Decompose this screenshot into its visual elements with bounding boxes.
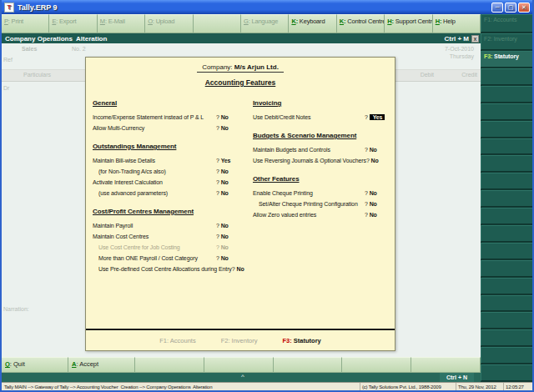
feature-value[interactable]: ? No (366, 155, 391, 166)
company-name: M/s Arjun Ltd. (234, 63, 279, 71)
sidebar-empty-button (481, 278, 532, 294)
command-empty-button (274, 357, 343, 373)
feature-row-use-cost-centre-for-job-costing[interactable]: Use Cost Centre for Job Costing? No (93, 242, 241, 253)
quit-button[interactable]: Q: Quit (2, 357, 68, 373)
feature-row-activate-interest-calculation[interactable]: Activate Interest Calculation? No (93, 177, 241, 188)
app-window: T Tally.ERP 9 ─ ▢ ✕ P: PrintE: ExportM: … (0, 0, 534, 392)
dialog-footer-accounts[interactable]: F1: Accounts (159, 337, 195, 344)
feature-label: Allow Multi-Currency (93, 123, 216, 133)
feature-value[interactable]: ? No (216, 242, 241, 253)
particulars-header: Particulars (23, 72, 51, 78)
feature-value[interactable]: ? No (216, 188, 241, 199)
feature-row-allow-zero-valued-entries[interactable]: Allow Zero valued entries? No (253, 209, 390, 220)
close-icon[interactable]: ✕ (518, 3, 530, 13)
sidebar-button-inventory[interactable]: F2: Inventory (481, 33, 532, 50)
feature-value[interactable]: ? No (216, 253, 241, 264)
maximize-icon[interactable]: ▢ (505, 3, 516, 13)
sidebar-empty-button (481, 173, 532, 189)
feature-value[interactable]: ? No (365, 188, 390, 199)
window-title: Tally.ERP 9 (18, 3, 58, 12)
feature-label: Set/Alter Cheque Printing Configuration (253, 199, 365, 209)
title-bar: T Tally.ERP 9 ─ ▢ ✕ (2, 0, 532, 14)
menu-item-help[interactable]: H: Help (433, 14, 481, 33)
voucher-type-label: Sales (22, 46, 37, 52)
feature-value[interactable]: ? No (216, 177, 241, 188)
screen-close-icon[interactable]: x (471, 35, 479, 43)
feature-row-enable-cheque-printing[interactable]: Enable Cheque Printing? No (253, 188, 390, 199)
sidebar-empty-button (481, 68, 532, 85)
sidebar-button-statutory[interactable]: F3: Statutory (481, 51, 532, 68)
menu-item-control-centre[interactable]: K: Control Centre (337, 14, 385, 33)
bottom-strip: ^ Ctrl + N (2, 373, 481, 382)
feature-row-maintain-cost-centres[interactable]: Maintain Cost Centres? No (93, 231, 241, 242)
command-empty-button (411, 357, 481, 373)
features-right-column: InvoicingUse Debit/Credit Notes? YesBudg… (253, 99, 390, 284)
feature-row-maintain-bill-wise-details[interactable]: Maintain Bill-wise Details? Yes (93, 155, 241, 166)
feature-label: Maintain Cost Centres (93, 231, 216, 242)
sidebar-empty-button (481, 295, 532, 312)
status-copyright: (c) Tally Solutions Pvt. Ltd., 1988-2009 (360, 384, 456, 389)
feature-row-more-than-one-payroll-cost-category[interactable]: More than ONE Payroll / Cost Category? N… (93, 253, 241, 264)
feature-section-heading: Other Features (253, 175, 390, 183)
status-date: Thu, 29 Nov, 2012 (456, 384, 503, 389)
menu-item-empty (194, 14, 241, 33)
feature-value[interactable]: ? No (365, 144, 390, 155)
feature-label: Use Debit/Credit Notes (253, 112, 365, 123)
voucher-number: No. 2 (72, 46, 86, 52)
dialog-footer-inventory[interactable]: F2: Inventory (221, 337, 258, 344)
feature-row-use-debit-credit-notes[interactable]: Use Debit/Credit Notes? Yes (253, 112, 390, 123)
feature-row-use-pre-defined-cost-centre-allocations-during-entry[interactable]: Use Pre-defined Cost Centre Allocations … (93, 264, 241, 274)
sidebar: F1: AccountsF2: InventoryF3: Statutory (481, 14, 532, 382)
accept-button[interactable]: A: Accept (68, 357, 135, 373)
feature-value[interactable]: ? No (365, 209, 390, 220)
feature-row-maintain-budgets-and-controls[interactable]: Maintain Budgets and Controls? No (253, 144, 390, 155)
screen-title-bar: Company Operations Alteration Ctrl + M x (2, 33, 481, 43)
feature-value[interactable]: ? No (216, 166, 241, 177)
feature-row-for-non-trading-a-cs-also[interactable]: (for Non-Trading A/cs also)? No (93, 166, 241, 177)
feature-value[interactable]: ? No (216, 220, 241, 231)
feature-section-other-features: Other FeaturesEnable Cheque Printing? No… (253, 175, 390, 220)
feature-label: Activate Interest Calculation (93, 177, 216, 188)
feature-row-allow-multi-currency[interactable]: Allow Multi-Currency? No (93, 123, 241, 133)
feature-row-use-reversing-journals-optional-vouchers[interactable]: Use Reversing Journals & Optional Vouche… (253, 155, 390, 166)
feature-value[interactable]: ? No (365, 199, 390, 209)
feature-section-heading: Invoicing (253, 99, 390, 107)
sidebar-button-accounts[interactable]: F1: Accounts (481, 14, 532, 33)
feature-label: (use advanced parameters) (93, 188, 216, 199)
menu-bar: P: PrintE: ExportM: E-MailO: UploadG: La… (2, 14, 481, 33)
sidebar-empty-button (481, 312, 532, 329)
feature-label: Maintain Payroll (93, 220, 216, 231)
feature-section-heading: Outstandings Management (93, 143, 241, 150)
menu-item-support-centre[interactable]: H: Support Centre (385, 14, 432, 33)
menu-item-upload: O: Upload (145, 14, 193, 33)
menu-item-keyboard[interactable]: K: Keyboard (289, 14, 336, 33)
feature-row-maintain-payroll[interactable]: Maintain Payroll? No (93, 220, 241, 231)
feature-section-invoicing: InvoicingUse Debit/Credit Notes? Yes (253, 99, 390, 123)
feature-value[interactable]: ? Yes (365, 112, 390, 123)
feature-row-income-expense-statement-instead-of-p-l[interactable]: Income/Expense Statement instead of P & … (93, 112, 241, 123)
feature-section-cost-profit-centres-management: Cost/Profit Centres ManagementMaintain P… (93, 208, 241, 274)
menu-item-print: P: Print (2, 14, 49, 33)
dr-label: Dr (3, 85, 9, 91)
feature-row-use-advanced-parameters[interactable]: (use advanced parameters)? No (93, 188, 241, 199)
feature-row-set-alter-cheque-printing-configuration[interactable]: Set/Alter Cheque Printing Configuration?… (253, 199, 390, 209)
debit-header: Debit (421, 72, 434, 78)
sidebar-empty-button (481, 364, 532, 381)
status-bar: Tally MAIN --> Gateway of Tally --> Acco… (2, 382, 532, 390)
command-empty-button (135, 357, 204, 373)
feature-value[interactable]: ? No (216, 112, 241, 123)
feature-value[interactable]: ? No (216, 123, 241, 133)
feature-label: Maintain Budgets and Controls (253, 144, 365, 155)
feature-columns: GeneralIncome/Expense Statement instead … (86, 87, 395, 284)
sidebar-empty-button (481, 329, 532, 346)
sidebar-empty-button (481, 347, 532, 364)
calculator-caret-icon[interactable]: ^ (241, 373, 244, 381)
minimize-icon[interactable]: ─ (491, 3, 503, 13)
feature-value[interactable]: ? No (216, 231, 241, 242)
feature-label: Allow Zero valued entries (253, 209, 365, 220)
main-column: P: PrintE: ExportM: E-MailO: UploadG: La… (2, 14, 481, 382)
dialog-footer-statutory[interactable]: F3: Statutory (282, 337, 320, 344)
sidebar-empty-button (481, 121, 532, 138)
feature-value[interactable]: ? Yes (216, 155, 241, 166)
feature-label: Enable Cheque Printing (253, 188, 365, 199)
